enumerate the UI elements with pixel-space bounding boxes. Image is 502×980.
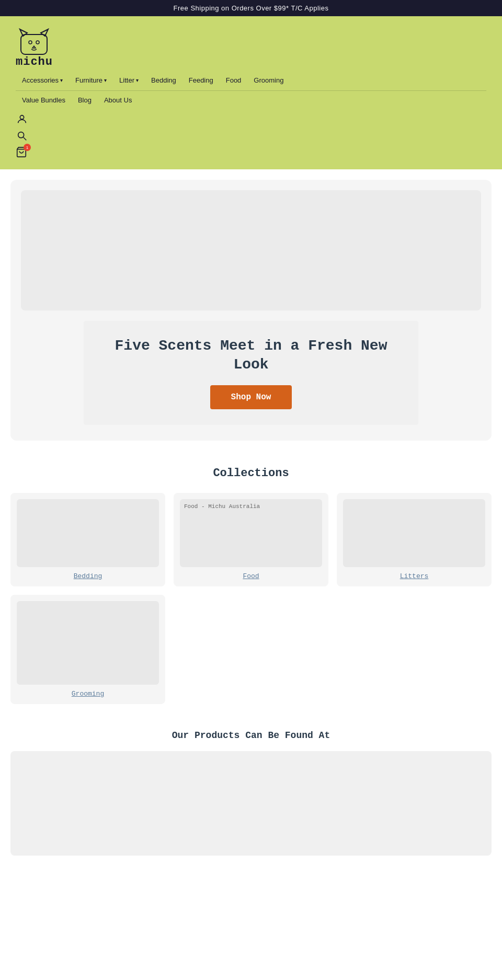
svg-point-7 [18,132,24,138]
collection-grooming-label[interactable]: Grooming [17,690,159,698]
icons-area: 1 [16,108,486,164]
collection-grooming[interactable]: Grooming [10,595,165,704]
collections-heading: Collections [10,467,492,480]
announcement-text: Free Shipping on Orders Over $99* T/C Ap… [174,4,329,12]
collection-food-label[interactable]: Food [180,572,322,580]
collection-litters[interactable]: Litters [337,493,492,586]
nav-row1: Accessories Furniture Litter Bedding Fee… [16,74,486,91]
search-icon[interactable] [16,130,28,142]
logo-icon [16,27,52,58]
svg-marker-5 [32,46,36,48]
found-at-banner [10,751,492,856]
nav-value-bundles[interactable]: Value Bundles [16,94,72,108]
nav-blog[interactable]: Blog [72,94,98,108]
collection-food-image: Food - Michu Australia [180,499,322,567]
hero-title: Five Scents Meet in a Fresh New Look [99,337,403,375]
nav-food[interactable]: Food [220,74,248,88]
svg-line-8 [24,137,27,141]
collection-bedding-label[interactable]: Bedding [17,572,159,580]
shop-now-button[interactable]: Shop Now [210,385,292,409]
collection-grooming-image [17,601,159,685]
collection-litters-label[interactable]: Litters [343,572,485,580]
nav-grooming[interactable]: Grooming [247,74,290,88]
collection-food[interactable]: Food - Michu Australia Food [174,493,328,586]
cart-badge: 1 [24,144,31,151]
account-icon[interactable] [16,113,28,125]
nav-row2: Value Bundles Blog About Us [16,91,486,108]
nav-furniture[interactable]: Furniture [69,74,113,88]
collections-grid-row1: Bedding Food - Michu Australia Food Litt… [10,493,492,586]
collections-grid-row2: Grooming [10,595,492,704]
cart-wrapper[interactable]: 1 [16,146,28,159]
nav-about-us[interactable]: About Us [98,94,138,108]
svg-point-6 [20,116,24,119]
collection-bedding[interactable]: Bedding [10,493,165,586]
hero-content: Five Scents Meet in a Fresh New Look Sho… [84,321,418,425]
hero-section: Five Scents Meet in a Fresh New Look Sho… [10,180,492,441]
found-at-section: Our Products Can Be Found At [0,720,502,871]
svg-rect-0 [21,34,47,54]
svg-point-4 [36,41,39,44]
nav-accessories[interactable]: Accessories [16,74,69,88]
hero-image [21,190,481,310]
logo-area[interactable]: michu [16,27,486,68]
announcement-bar: Free Shipping on Orders Over $99* T/C Ap… [0,0,502,16]
logo-text: michu [16,55,53,68]
svg-marker-1 [20,29,27,36]
nav-bedding[interactable]: Bedding [145,74,182,88]
collection-food-image-label: Food - Michu Australia [184,503,260,510]
header: michu Accessories Furniture Litter Beddi… [0,16,502,169]
collection-bedding-image [17,499,159,567]
found-at-heading: Our Products Can Be Found At [10,730,492,741]
svg-marker-2 [41,29,48,36]
svg-point-3 [29,41,32,44]
nav-litter[interactable]: Litter [113,74,145,88]
collection-litters-image [343,499,485,567]
collections-section: Collections Bedding Food - Michu Austral… [0,451,502,720]
nav-feeding[interactable]: Feeding [182,74,220,88]
